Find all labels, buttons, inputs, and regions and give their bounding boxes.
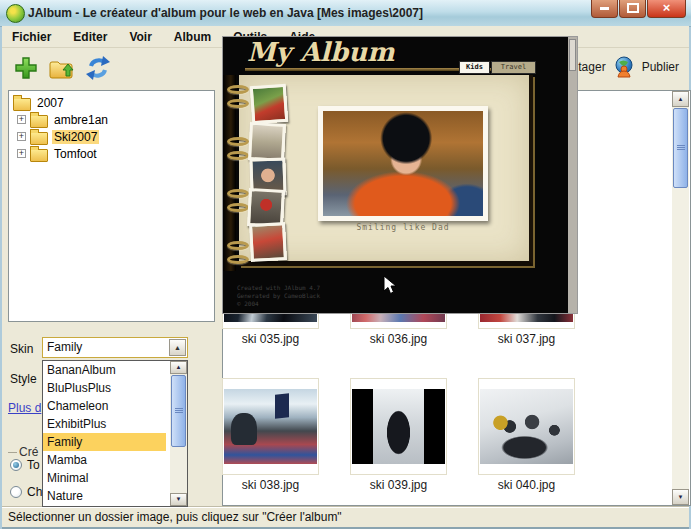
minimize-button[interactable] [591,0,618,18]
skin-value: Family [47,340,82,354]
tree-item-ambre1an[interactable]: ambre1an [52,113,110,127]
skin-option[interactable]: ExhibitPlus [43,415,166,433]
expand-plus-icon[interactable]: + [17,149,26,158]
plus-icon [13,55,39,81]
tree-row-2007[interactable]: 2007 [13,94,66,111]
tree-row-ski2007[interactable]: + Ski2007 [17,128,99,145]
photo-caption: Smiling like Dad [318,223,488,232]
create-group-label: Cré [19,445,38,459]
publier-button[interactable]: Publier [642,60,679,74]
scrollbar-thumb[interactable] [171,375,186,447]
radio-all[interactable] [10,459,22,471]
radio-custom[interactable] [10,486,22,498]
album-preview-window: My Album Kids Travel Smiling like Dad Cr… [222,36,578,314]
mouse-cursor [383,275,397,299]
dropdown-scrollbar[interactable]: ▲ ▼ [170,361,187,506]
jalbum-logo-icon [6,4,25,23]
thumbnail-image[interactable] [224,389,317,464]
tab-kids[interactable]: Kids [459,61,490,74]
scroll-down-icon[interactable]: ▼ [672,489,689,505]
scroll-up-icon[interactable]: ▲ [672,91,689,107]
thumbnail-image[interactable] [352,389,445,464]
skin-option-highlighted[interactable]: Family [43,433,166,451]
app-window: JAlbum - Le créateur d'album pour le web… [0,0,691,529]
window-title: JAlbum - Le créateur d'album pour le web… [28,0,423,26]
child-photo [323,111,483,216]
main-photo[interactable] [318,106,488,221]
partager-label[interactable]: tager [578,60,605,74]
thumbnail-cell[interactable]: ski 038.jpg [222,378,319,492]
skin-label: Skin [10,342,33,356]
radio-all-label: To [27,458,40,472]
mini-photo[interactable] [250,84,289,124]
tab-travel[interactable]: Travel [491,61,536,74]
folder-tree: 2007 + ambre1an + Ski2007 + Tomfoot [8,90,215,322]
style-label: Style [10,372,37,386]
main-scrollbar[interactable]: ▲ ▼ [672,91,689,505]
tree-item-ski2007-selected[interactable]: Ski2007 [52,130,99,144]
mini-photo[interactable] [248,122,286,162]
close-button[interactable]: × [647,0,686,18]
folder-up-icon [48,56,76,80]
more-skins-link[interactable]: Plus d [8,401,41,415]
thumbnail-image[interactable] [480,389,573,464]
open-folder-button[interactable] [46,52,78,84]
tree-item-2007[interactable]: 2007 [35,96,66,110]
footer-line: © 2004 [237,300,320,308]
radio-custom-label: Ch [27,485,42,499]
scroll-down-icon[interactable]: ▼ [170,493,187,506]
thumbnail-caption: ski 037.jpg [478,332,575,346]
expand-plus-icon[interactable]: + [17,132,26,141]
thumbnail-caption: ski 039.jpg [350,478,447,492]
menu-fichier[interactable]: Fichier [12,30,51,44]
menu-editer[interactable]: Editer [73,30,107,44]
thumbnail-caption: ski 036.jpg [350,332,447,346]
thumbnail-cell[interactable]: ski 039.jpg [350,378,447,492]
album-title: My Album [247,37,395,67]
skin-option[interactable]: Nature [43,487,166,505]
scrollbar-thumb[interactable] [673,108,688,188]
tree-item-tomfoot[interactable]: Tomfoot [52,147,99,161]
folder-icon [30,149,48,162]
mini-photo[interactable] [249,222,287,262]
tree-row-ambre1an[interactable]: + ambre1an [17,111,110,128]
skin-option[interactable]: BluPlusPlus [43,379,166,397]
scrollbar-thumb[interactable] [569,39,576,71]
scroll-up-icon[interactable]: ▲ [170,361,187,374]
binder-ring [227,189,249,198]
thumbnail-caption: ski 040.jpg [478,478,575,492]
footer-line: Created with JAlbum 4.7 [237,284,320,292]
combo-arrow-up-icon[interactable]: ▲ [169,339,186,356]
binder-ring [227,241,249,250]
thumbnail-caption: ski 035.jpg [222,332,319,346]
add-folder-button[interactable] [10,52,42,84]
expand-plus-icon[interactable]: + [17,115,26,124]
binder-ring [227,99,249,108]
skin-combobox[interactable]: Family ▲ [42,337,188,358]
refresh-icon [85,55,111,81]
publish-globe-icon [613,56,635,78]
maximize-button[interactable] [619,0,646,18]
skin-dropdown-list: BananAlbum BluPlusPlus Chameleon Exhibit… [42,360,188,507]
menu-voir[interactable]: Voir [129,30,151,44]
skin-option[interactable]: BananAlbum [43,361,166,379]
folder-icon [30,132,48,145]
refresh-button[interactable] [82,52,114,84]
status-text: Sélectionner un dossier image, puis cliq… [8,510,342,524]
binder-ring [227,203,249,212]
thumbnail-caption: ski 038.jpg [222,478,319,492]
title-bar: JAlbum - Le créateur d'album pour le web… [0,0,691,27]
menu-album[interactable]: Album [174,30,211,44]
skin-option[interactable]: Chameleon [43,397,166,415]
tree-row-tomfoot[interactable]: + Tomfoot [17,145,99,162]
binder-ring [227,85,249,94]
binder-ring [227,151,249,160]
status-bar: Sélectionner un dossier image, puis cliq… [2,506,689,527]
skin-option[interactable]: Minimal [43,469,166,487]
footer-line: Generated by CameoBlack [237,292,320,300]
skin-option[interactable]: Mamba [43,451,166,469]
thumbnail-cell[interactable]: ski 040.jpg [478,378,575,492]
group-box-line [8,452,17,453]
preview-scrollbar[interactable] [568,37,577,313]
close-icon: × [663,0,671,15]
